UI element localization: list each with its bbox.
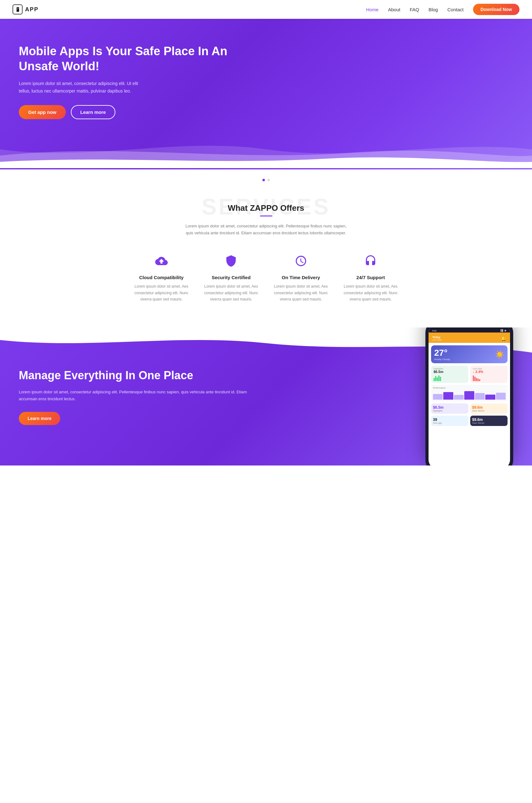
service-security-title: Security Certified: [201, 275, 262, 280]
service-delivery-title: On Time Delivery: [271, 275, 331, 280]
weather-temp: 27°: [434, 348, 450, 358]
download-now-button[interactable]: Download Now: [473, 4, 519, 15]
shield-icon: [222, 252, 240, 270]
dot-1[interactable]: [262, 179, 265, 181]
service-delivery-desc: Lorem ipsum dolor sit amet, Aes consecte…: [271, 283, 331, 302]
services-title: What ZAPPO Offers: [13, 203, 519, 213]
stat-card-purple: $6.5m Highlights: [431, 404, 468, 414]
manage-learn-button[interactable]: Learn more: [19, 412, 60, 425]
service-support-desc: Lorem ipsum dolor sit amet, Aes consecte…: [340, 283, 401, 302]
services-subtitle: Lorem ipsum dolor sit amet, consectetur …: [185, 223, 348, 237]
manage-headline: Manage Everything In One Place: [19, 368, 266, 382]
service-support-title: 24/7 Support: [340, 275, 401, 280]
phone-screen: 9:41 ▌▌ ◉ Today Live Data 🔔: [429, 328, 510, 466]
phone-notch: [460, 328, 479, 329]
logo: 📱 APP: [13, 4, 39, 15]
phone-outer: 9:41 ▌▌ ◉ Today Live Data 🔔: [425, 328, 513, 466]
service-card-delivery: On Time Delivery Lorem ipsum dolor sit a…: [271, 252, 331, 302]
app-header: Today Live Data 🔔: [429, 333, 510, 343]
manage-content: Manage Everything In One Place Lorem ips…: [19, 368, 266, 425]
weather-icon: ☀️: [495, 350, 505, 359]
app-header-title: Today: [432, 336, 442, 339]
nav-contact[interactable]: Contact: [448, 7, 464, 12]
phone-mockup: 9:41 ▌▌ ◉ Today Live Data 🔔: [425, 328, 513, 466]
learn-more-button[interactable]: Learn more: [71, 105, 115, 119]
hero-buttons: Get app now Learn more: [19, 105, 266, 119]
service-security-desc: Lorem ipsum dolor sit amet, Aes consecte…: [201, 283, 262, 302]
app-header-sub: Live Data: [432, 339, 442, 341]
cloud-upload-icon: [153, 252, 170, 270]
app-data-row-1: Highlights $6.5m Live Data: [431, 366, 508, 383]
app-chart: Performance: [431, 385, 508, 401]
app-bottom-row: 39 mins ago $9.6m Save Stocks: [431, 416, 508, 426]
nav-faq[interactable]: FAQ: [410, 7, 419, 12]
hero-headline: Mobile Apps Is Your Safe Place In An Uns…: [19, 44, 266, 74]
highlights-card: Highlights $6.5m: [431, 366, 468, 383]
hero-wave: [0, 130, 532, 169]
manage-section: Manage Everything In One Place Lorem ips…: [0, 328, 532, 466]
service-card-cloud: Cloud Compatibility Lorem ipsum dolor si…: [131, 252, 192, 302]
service-card-support: 24/7 Support Lorem ipsum dolor sit amet,…: [340, 252, 401, 302]
nav-links: Home About FAQ Blog Contact Download Now: [366, 4, 519, 15]
mini-chart: [433, 390, 506, 399]
services-section: SERVICES What ZAPPO Offers Lorem ipsum d…: [0, 184, 532, 328]
manage-subtext: Lorem ipsum dolor sit amet, consectetur …: [19, 389, 266, 403]
weather-label: Mostly Cloudy: [434, 358, 450, 361]
app-stats-row: $6.5m Highlights $9.6m Save Stocks: [431, 404, 508, 414]
nav-home[interactable]: Home: [366, 7, 379, 12]
stat-card-orange: $9.6m Save Stocks: [470, 404, 508, 414]
hero-content: Mobile Apps Is Your Safe Place In An Uns…: [19, 44, 266, 119]
bottom-card-light: 39 mins ago: [431, 416, 468, 426]
slide-indicators: [0, 169, 532, 184]
services-grid: Cloud Compatibility Lorem ipsum dolor si…: [131, 252, 401, 302]
nav-blog[interactable]: Blog: [429, 7, 438, 12]
live-data-card: Live Data ↓ 2.4%: [470, 366, 508, 383]
clock-icon: [292, 252, 310, 270]
service-card-security: Security Certified Lorem ipsum dolor sit…: [201, 252, 262, 302]
logo-icon: 📱: [13, 4, 23, 15]
phone-screen-inner: 9:41 ▌▌ ◉ Today Live Data 🔔: [429, 328, 510, 466]
dot-2[interactable]: [267, 179, 270, 181]
app-weather-card: 27° Mostly Cloudy ☀️: [431, 346, 508, 363]
hero-subtext: Lorem ipsum dolor sit amet, consectetur …: [19, 80, 144, 95]
bottom-card-dark: $9.6m Save Stocks: [470, 416, 508, 426]
nav-about[interactable]: About: [388, 7, 400, 12]
services-divider: [260, 216, 272, 217]
hero-section: Mobile Apps Is Your Safe Place In An Uns…: [0, 19, 532, 169]
headphone-icon: [362, 252, 379, 270]
navbar: 📱 APP Home About FAQ Blog Contact Downlo…: [0, 0, 532, 19]
service-cloud-desc: Lorem ipsum dolor sit amet, Aes consecte…: [131, 283, 192, 302]
logo-text: APP: [25, 6, 39, 13]
get-app-button[interactable]: Get app now: [19, 105, 66, 119]
service-cloud-title: Cloud Compatibility: [131, 275, 192, 280]
